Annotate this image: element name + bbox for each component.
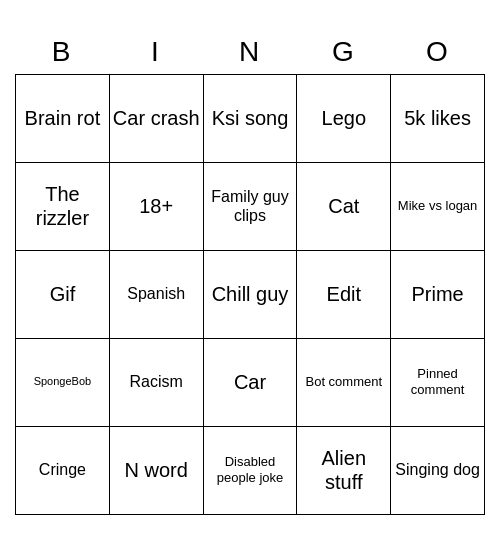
cell-1-1: 18+ xyxy=(109,162,203,250)
cell-content: 18+ xyxy=(113,194,200,218)
cell-content: The rizzler xyxy=(19,182,106,230)
cell-content: Gif xyxy=(19,282,106,306)
cell-content: Alien stuff xyxy=(300,446,387,494)
cell-4-0: Cringe xyxy=(16,426,110,514)
cell-2-3: Edit xyxy=(297,250,391,338)
cell-3-3: Bot comment xyxy=(297,338,391,426)
table-row: Brain rotCar crashKsi songLego5k likes xyxy=(16,74,485,162)
cell-content: Chill guy xyxy=(207,282,294,306)
cell-4-2: Disabled people joke xyxy=(203,426,297,514)
cell-2-4: Prime xyxy=(391,250,485,338)
cell-0-2: Ksi song xyxy=(203,74,297,162)
cell-0-3: Lego xyxy=(297,74,391,162)
cell-3-4: Pinned comment xyxy=(391,338,485,426)
header-letter-b: B xyxy=(15,30,109,74)
cell-2-0: Gif xyxy=(16,250,110,338)
cell-0-0: Brain rot xyxy=(16,74,110,162)
cell-content: Racism xyxy=(113,372,200,391)
cell-1-0: The rizzler xyxy=(16,162,110,250)
cell-content: Spanish xyxy=(113,284,200,303)
cell-3-1: Racism xyxy=(109,338,203,426)
cell-0-4: 5k likes xyxy=(391,74,485,162)
cell-content: Bot comment xyxy=(300,374,387,390)
cell-content: Singing dog xyxy=(394,460,481,479)
cell-content: SpongeBob xyxy=(19,375,106,388)
cell-content: Disabled people joke xyxy=(207,454,294,485)
cell-1-4: Mike vs logan xyxy=(391,162,485,250)
header-letter-n: N xyxy=(203,30,297,74)
table-row: GifSpanishChill guyEditPrime xyxy=(16,250,485,338)
header-letter-g: G xyxy=(297,30,391,74)
cell-4-1: N word xyxy=(109,426,203,514)
cell-2-1: Spanish xyxy=(109,250,203,338)
cell-1-3: Cat xyxy=(297,162,391,250)
cell-0-1: Car crash xyxy=(109,74,203,162)
cell-content: Pinned comment xyxy=(394,366,481,397)
bingo-header: BINGO xyxy=(15,30,485,74)
bingo-card: BINGO Brain rotCar crashKsi songLego5k l… xyxy=(15,30,485,515)
cell-3-0: SpongeBob xyxy=(16,338,110,426)
cell-4-4: Singing dog xyxy=(391,426,485,514)
cell-content: Car xyxy=(207,370,294,394)
cell-content: Prime xyxy=(394,282,481,306)
cell-1-2: Family guy clips xyxy=(203,162,297,250)
cell-content: 5k likes xyxy=(394,106,481,130)
cell-content: Cringe xyxy=(19,460,106,479)
cell-content: Car crash xyxy=(113,106,200,130)
cell-content: Cat xyxy=(300,194,387,218)
table-row: SpongeBobRacismCarBot commentPinned comm… xyxy=(16,338,485,426)
header-letter-o: O xyxy=(391,30,485,74)
header-letter-i: I xyxy=(109,30,203,74)
cell-4-3: Alien stuff xyxy=(297,426,391,514)
cell-content: Brain rot xyxy=(19,106,106,130)
cell-content: Edit xyxy=(300,282,387,306)
table-row: The rizzler18+Family guy clipsCatMike vs… xyxy=(16,162,485,250)
cell-content: Family guy clips xyxy=(207,187,294,225)
cell-content: N word xyxy=(113,458,200,482)
cell-2-2: Chill guy xyxy=(203,250,297,338)
cell-3-2: Car xyxy=(203,338,297,426)
cell-content: Lego xyxy=(300,106,387,130)
cell-content: Mike vs logan xyxy=(394,198,481,214)
table-row: CringeN wordDisabled people jokeAlien st… xyxy=(16,426,485,514)
bingo-grid: Brain rotCar crashKsi songLego5k likesTh… xyxy=(15,74,485,515)
cell-content: Ksi song xyxy=(207,106,294,130)
